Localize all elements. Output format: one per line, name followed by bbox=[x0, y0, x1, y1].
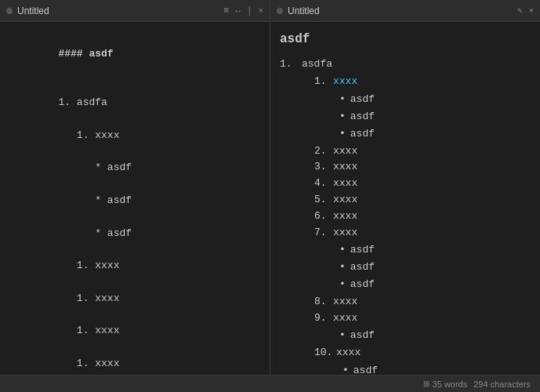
sub-item-num: 8. bbox=[314, 294, 333, 310]
sub-item-label: xxxx bbox=[333, 225, 357, 241]
bullet-text: asdf bbox=[350, 242, 375, 259]
bullet-text: asdf bbox=[353, 363, 378, 375]
preview-title: Untitled bbox=[288, 5, 517, 16]
sub-item-label: xxxx bbox=[333, 143, 357, 160]
list-item: asdf bbox=[339, 109, 531, 125]
editor-line-3: * asdf bbox=[58, 162, 132, 173]
sub-item-num: 4. bbox=[314, 176, 333, 192]
list-item-num: 1. bbox=[280, 56, 302, 73]
sub-item-num: 1. bbox=[314, 74, 333, 90]
sub-item-num: 2. bbox=[314, 143, 333, 160]
bullet-text: asdf bbox=[350, 92, 375, 108]
sub-item-label: xxxx bbox=[333, 159, 357, 176]
preview-pane: Untitled ✎ × asdf 1. asdfa bbox=[270, 0, 540, 375]
preview-content-area[interactable]: asdf 1. asdfa 1. xxxx bbox=[270, 22, 540, 375]
list-item: 6. xxxx bbox=[314, 209, 531, 225]
bullet-text: asdf bbox=[350, 328, 375, 344]
list-item-label: asdfa bbox=[302, 58, 332, 70]
preview-close-icon[interactable]: × bbox=[528, 6, 534, 16]
editor-close-icon[interactable]: × bbox=[258, 6, 263, 16]
editor-line-7: 1. xxxx bbox=[58, 292, 119, 304]
sub-item-num: 5. bbox=[314, 192, 333, 209]
list-item-content: asdfa 1. xxxx asdf bbox=[302, 56, 531, 375]
sub-item-label: xxxx bbox=[336, 345, 361, 361]
sub-item-num: 9. bbox=[314, 310, 333, 327]
sub-item-num: 6. bbox=[314, 209, 333, 225]
bullet-list: asdf bbox=[314, 363, 531, 375]
list-item: 9. xxxx asdf bbox=[314, 310, 531, 346]
editor-pane: Untitled ⌘ ↔ │ × #### asdf 1. asdfa 1. x… bbox=[0, 0, 270, 375]
status-bar: ⊞ 35 words 294 characters bbox=[0, 375, 540, 392]
sub-item-num: 7. bbox=[314, 225, 333, 241]
editor-title: Untitled bbox=[17, 5, 224, 16]
preview-dot bbox=[277, 8, 283, 14]
sync-icon[interactable]: ↔ bbox=[235, 6, 241, 16]
grid-icon: ⊞ bbox=[423, 379, 429, 388]
list-item: 3. xxxx bbox=[314, 159, 531, 176]
editor-title-bar: Untitled ⌘ ↔ │ × bbox=[0, 0, 270, 22]
list-item: asdf bbox=[339, 328, 531, 344]
editor-dot bbox=[6, 8, 13, 14]
list-item: 5. xxxx bbox=[314, 192, 531, 209]
list-item: asdf bbox=[339, 242, 531, 259]
sub-item-label: xxxx bbox=[333, 294, 357, 310]
list-item: 8. xxxx bbox=[314, 294, 531, 310]
list-item: 10. xxxx asdf bbox=[314, 345, 531, 375]
editor-line-1: 1. asdfa bbox=[58, 96, 107, 108]
more-icon[interactable]: │ bbox=[247, 6, 252, 16]
preview-heading: asdf bbox=[280, 30, 531, 50]
preview-rendered: asdf 1. asdfa 1. xxxx bbox=[280, 30, 531, 375]
preview-outer-list: 1. asdfa 1. xxxx bbox=[280, 56, 531, 375]
editor-line-6: 1. xxxx bbox=[58, 260, 119, 271]
bullet-list: asdf bbox=[314, 328, 531, 345]
list-item: 1. xxxx asdf asdf asdf bbox=[314, 74, 531, 143]
editor-heading: #### asdf bbox=[58, 48, 113, 60]
word-count: 35 words bbox=[433, 379, 468, 389]
editor-line-2: 1. xxxx bbox=[58, 129, 119, 141]
preview-title-bar: Untitled ✎ × bbox=[270, 0, 540, 22]
list-item: asdf bbox=[342, 363, 531, 375]
list-item: 7. xxxx asdf asdf asdf bbox=[314, 225, 531, 294]
preview-actions: ✎ × bbox=[517, 5, 534, 16]
bullet-text: asdf bbox=[350, 109, 375, 125]
sub-item-num: 10. bbox=[314, 345, 336, 361]
editor-line-5: * asdf bbox=[58, 227, 132, 239]
bullet-text: asdf bbox=[350, 126, 375, 143]
editor-line-8: 1. xxxx bbox=[58, 325, 119, 336]
bullet-list: asdf asdf asdf bbox=[314, 92, 531, 143]
sub-item-label: xxxx bbox=[333, 176, 357, 192]
list-item: asdf bbox=[339, 260, 531, 276]
sub-item-num: 3. bbox=[314, 159, 333, 176]
link-icon[interactable]: ⌘ bbox=[224, 5, 230, 16]
editor-text[interactable]: #### asdf 1. asdfa 1. xxxx * asdf * asdf… bbox=[9, 30, 260, 375]
bullet-text: asdf bbox=[350, 260, 375, 276]
bullet-list: asdf asdf asdf bbox=[314, 242, 531, 293]
editor-content-area[interactable]: #### asdf 1. asdfa 1. xxxx * asdf * asdf… bbox=[0, 22, 270, 375]
list-item: 1. asdfa 1. xxxx bbox=[280, 56, 531, 375]
list-item: asdf bbox=[339, 277, 531, 293]
sub-item-label: xxxx bbox=[333, 209, 357, 225]
list-item: asdf bbox=[339, 92, 531, 108]
list-item: 4. xxxx bbox=[314, 176, 531, 192]
editor-actions: ⌘ ↔ │ × bbox=[224, 5, 263, 16]
sub-item-label: xxxx bbox=[333, 74, 357, 90]
bullet-text: asdf bbox=[350, 277, 375, 293]
list-item: asdf bbox=[339, 126, 531, 143]
editor-line-9: 1. xxxx bbox=[58, 358, 119, 369]
edit-icon[interactable]: ✎ bbox=[517, 5, 523, 16]
editor-line-4: * asdf bbox=[58, 194, 132, 206]
sub-item-label: xxxx bbox=[333, 192, 357, 209]
char-count: 294 characters bbox=[473, 379, 531, 389]
sub-item-label: xxxx bbox=[333, 310, 357, 327]
list-item: 2. xxxx bbox=[314, 143, 531, 160]
